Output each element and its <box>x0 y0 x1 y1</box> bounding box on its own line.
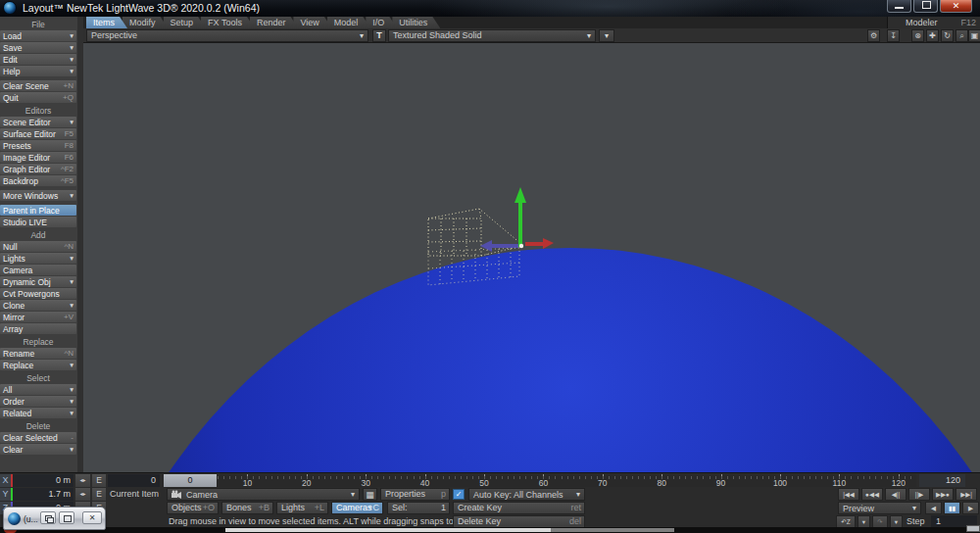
minimized-window-titlebar[interactable]: (u... ✕ <box>3 507 106 530</box>
sidebar-item-dynamic-obj[interactable]: Dynamic Obj▾ <box>0 276 76 287</box>
sidebar-item-image-editor[interactable]: Image EditorF6 <box>0 152 76 163</box>
prev-key-button[interactable]: ●◀◀ <box>861 488 883 501</box>
item-list-button[interactable]: ▦ <box>363 488 377 501</box>
pause-button[interactable]: ▮▮ <box>944 502 960 514</box>
sidebar-item-clear[interactable]: Clear▾ <box>0 444 76 455</box>
modeler-button[interactable]: Modeler F12 <box>887 17 980 28</box>
y-axis-handle[interactable] <box>514 187 526 247</box>
sidebar-item-lights[interactable]: Lights▾ <box>0 253 76 264</box>
sidebar-item-more-windows[interactable]: More Windows▾ <box>0 190 76 201</box>
center-view-icon[interactable]: ⊗ <box>911 29 924 42</box>
sidebar-item-surface-editor[interactable]: Surface EditorF5 <box>0 128 76 139</box>
y-nudge-button[interactable]: ◂▸ <box>75 488 90 501</box>
timeline-scrubber[interactable]: 0 <box>164 474 217 487</box>
view-type-dropdown[interactable]: Perspective ▾ <box>86 29 368 42</box>
prev-frame-button[interactable]: ◀|| <box>885 488 906 501</box>
item-label: Clear Selected <box>3 433 58 443</box>
sidebar-item-null[interactable]: Null^N <box>0 241 76 252</box>
current-item-dropdown[interactable]: Camera ▾ <box>167 488 360 501</box>
sidebar-item-help[interactable]: Help▾ <box>0 66 76 76</box>
sidebar-item-replace[interactable]: Replace▾ <box>0 360 76 370</box>
pan-view-icon[interactable]: ✚ <box>926 29 939 42</box>
x-nudge-button[interactable]: ◂▸ <box>75 474 90 487</box>
mini-close-button[interactable]: ✕ <box>82 511 102 524</box>
close-button[interactable]: ✕ <box>940 0 972 13</box>
sidebar-item-parent-in-place[interactable]: Parent in Place <box>0 205 76 216</box>
x-axis-button[interactable]: X <box>0 474 11 487</box>
timeline-ruler[interactable]: 102030405060708090100110120 0 <box>163 474 916 487</box>
maximize-viewport-icon[interactable]: ▣ <box>968 29 980 42</box>
restore-icon <box>922 1 931 9</box>
item-label: Parent in Place <box>3 206 60 216</box>
x-position-field[interactable]: 0 m <box>13 474 74 487</box>
select-cameras-button[interactable]: Cameras+C <box>331 502 383 514</box>
create-key-button[interactable]: Create Key ret <box>453 502 585 514</box>
x-envelope-button[interactable]: E <box>92 474 106 487</box>
next-key-button[interactable]: ▶▶● <box>932 488 954 501</box>
go-first-frame-button[interactable]: |◀◀ <box>838 488 859 501</box>
go-last-frame-button[interactable]: ▶▶| <box>956 488 977 501</box>
sidebar-item-rename[interactable]: Rename^N <box>0 348 76 359</box>
end-frame-field[interactable]: 120 <box>919 474 965 487</box>
sidebar-item-graph-editor[interactable]: Graph Editor^F2 <box>0 164 76 174</box>
texture-toggle-button[interactable]: T <box>372 29 386 42</box>
sidebar-item-all[interactable]: All▾ <box>0 384 76 395</box>
sidebar-item-load[interactable]: Load▾ <box>0 30 76 41</box>
x-axis-handle[interactable] <box>525 238 554 249</box>
pivot-point[interactable] <box>519 244 523 248</box>
rotate-view-icon[interactable]: ↻ <box>941 29 954 42</box>
sidebar-item-camera[interactable]: Camera <box>0 265 76 275</box>
sidebar-item-backdrop[interactable]: Backdrop^F5 <box>0 175 76 186</box>
sidebar-item-save[interactable]: Save▾ <box>0 42 76 53</box>
sidebar-item-order[interactable]: Order▾ <box>0 396 76 407</box>
zoom-view-icon[interactable]: ⌕ <box>956 29 968 42</box>
tab-view[interactable]: View <box>293 17 331 28</box>
tab-utilities[interactable]: Utilities <box>392 17 440 28</box>
select-bones-button[interactable]: Bones+B <box>221 502 273 514</box>
tab-items[interactable]: Items <box>86 17 127 28</box>
z-axis-handle[interactable] <box>480 240 518 252</box>
mini-maximize-button[interactable] <box>59 511 74 524</box>
sidebar-item-array[interactable]: Array <box>0 323 76 334</box>
y-position-field[interactable]: 1.7 m <box>13 488 74 501</box>
sidebar-item-cvt-powergons[interactable]: Cvt Powergons <box>0 288 76 299</box>
sidebar-item-clear-selected[interactable]: Clear Selected- <box>0 432 76 443</box>
autokey-checkbox[interactable]: ✓ <box>453 489 465 500</box>
select-lights-button[interactable]: Lights+L <box>276 502 328 514</box>
preview-dropdown[interactable]: Preview ▾ <box>838 502 921 514</box>
shading-mode-dropdown[interactable]: Textured Shaded Solid ▾ <box>388 29 596 42</box>
sidebar-item-scene-editor[interactable]: Scene Editor▾ <box>0 117 76 127</box>
tab-fx-tools[interactable]: FX Tools <box>201 17 255 28</box>
properties-button[interactable]: Properties p <box>380 488 450 501</box>
mini-restore-button[interactable] <box>40 511 56 524</box>
tab-render[interactable]: Render <box>250 17 299 28</box>
tab-setup[interactable]: Setup <box>164 17 207 28</box>
minimize-button[interactable] <box>887 0 911 13</box>
sidebar-item-quit[interactable]: Quit+Q <box>0 92 76 103</box>
export-view-icon[interactable]: ↧ <box>887 29 900 42</box>
restore-button[interactable] <box>913 0 938 13</box>
item-shortcut: +Q <box>63 93 74 102</box>
tab-model[interactable]: Model <box>327 17 371 28</box>
current-frame-field[interactable]: 0 <box>108 474 160 487</box>
tab-modify[interactable]: Modify <box>122 17 169 28</box>
next-frame-button[interactable]: ||▶ <box>908 488 930 501</box>
viewport-extra-dropdown[interactable]: ▾ <box>599 29 614 42</box>
play-button[interactable]: ▶ <box>962 502 979 514</box>
autokey-dropdown[interactable]: Auto Key: All Channels ▾ <box>468 488 585 501</box>
sidebar-item-studio-live[interactable]: Studio LIVE <box>0 217 76 227</box>
sidebar-item-related[interactable]: Related▾ <box>0 408 76 418</box>
y-envelope-button[interactable]: E <box>92 488 106 501</box>
resize-grip[interactable] <box>966 525 980 532</box>
select-objects-button[interactable]: Objects+O <box>167 502 219 514</box>
gear-icon[interactable]: ⚙ <box>867 29 880 42</box>
sidebar-item-clear-scene[interactable]: Clear Scene+N <box>0 80 76 91</box>
y-axis-button[interactable]: Y <box>0 488 11 501</box>
sidebar-item-clone[interactable]: Clone▾ <box>0 300 76 311</box>
title-bar[interactable]: Layout™ NewTek LightWave 3D® 2020.0.2 (W… <box>0 0 980 17</box>
perspective-viewport[interactable] <box>83 43 980 472</box>
sidebar-item-edit[interactable]: Edit▾ <box>0 54 76 65</box>
sidebar-item-presets[interactable]: PresetsF8 <box>0 140 76 151</box>
play-reverse-button[interactable]: ◀ <box>925 502 942 514</box>
sidebar-item-mirror[interactable]: Mirror+V <box>0 312 76 322</box>
